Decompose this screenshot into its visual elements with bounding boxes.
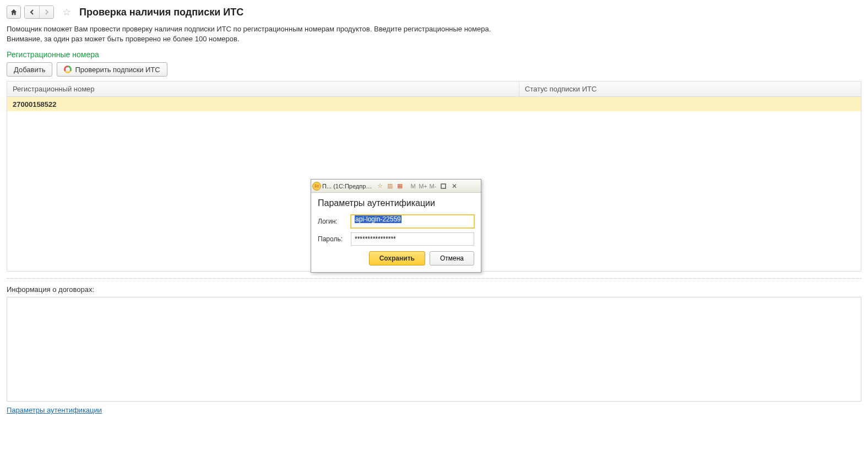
page-description: Помощник поможет Вам провести проверку н… xyxy=(0,22,868,49)
table-header: Регистрационный номер Статус подписки ИТ… xyxy=(7,82,861,97)
contracts-label: Информация о договорах: xyxy=(0,285,868,297)
refresh-icon xyxy=(64,66,72,73)
password-label: Пароль: xyxy=(318,235,351,243)
dialog-window-title: П... (1С:Предприя.. xyxy=(322,183,375,189)
dialog-titlebar[interactable]: 1c П... (1С:Предприя.. ☆ ▥ ▦ M M+ M- ✕ xyxy=(311,180,481,193)
top-toolbar: ☆ Проверка наличия подписки ИТС xyxy=(0,0,868,22)
button-row: Добавить Проверить подписки ИТС xyxy=(0,62,868,81)
check-subscriptions-button[interactable]: Проверить подписки ИТС xyxy=(57,62,167,77)
maximize-icon xyxy=(441,183,446,189)
cell-reg-number: 27000158522 xyxy=(7,100,519,109)
titlebar-list-icon[interactable]: ▥ xyxy=(386,182,394,191)
add-button-label: Добавить xyxy=(14,66,45,74)
titlebar-mplus-button[interactable]: M+ xyxy=(419,182,427,191)
dialog-body: Параметры аутентификации Логин: api-logi… xyxy=(311,193,481,272)
check-button-label: Проверить подписки ИТС xyxy=(75,66,160,74)
close-icon: ✕ xyxy=(452,182,457,190)
dialog-buttons: Сохранить Отмена xyxy=(318,251,474,265)
arrow-right-icon xyxy=(44,9,50,15)
svg-rect-0 xyxy=(441,184,446,188)
separator xyxy=(7,278,861,279)
col-reg-number[interactable]: Регистрационный номер xyxy=(7,82,519,96)
arrow-left-icon xyxy=(29,9,35,15)
titlebar-favorite-icon[interactable]: ☆ xyxy=(376,182,384,191)
auth-params-link[interactable]: Параметры аутентификации xyxy=(7,406,102,414)
dialog-header: Параметры аутентификации xyxy=(318,198,474,208)
titlebar-calendar-icon[interactable]: ▦ xyxy=(395,182,404,191)
password-row: Пароль: xyxy=(318,232,474,246)
forward-button[interactable] xyxy=(39,6,53,18)
password-input[interactable] xyxy=(351,232,474,246)
auth-dialog: 1c П... (1С:Предприя.. ☆ ▥ ▦ M M+ M- ✕ П… xyxy=(311,179,481,273)
login-row: Логин: api-login-22559 xyxy=(318,215,474,228)
favorite-star-icon[interactable]: ☆ xyxy=(61,6,73,18)
page-title: Проверка наличия подписки ИТС xyxy=(79,7,243,18)
login-input[interactable]: api-login-22559 xyxy=(351,215,474,228)
titlebar-m-button[interactable]: M xyxy=(409,182,417,191)
col-status[interactable]: Статус подписки ИТС xyxy=(519,82,861,96)
add-button[interactable]: Добавить xyxy=(7,62,52,77)
maximize-button[interactable] xyxy=(438,182,448,191)
close-button[interactable]: ✕ xyxy=(449,182,459,191)
titlebar-mminus-button[interactable]: M- xyxy=(428,182,437,191)
home-button[interactable] xyxy=(7,6,21,19)
nav-group xyxy=(24,6,54,19)
login-value: api-login-22559 xyxy=(355,215,402,223)
section-title: Регистрационные номера xyxy=(0,49,868,62)
cancel-button[interactable]: Отмена xyxy=(430,251,474,265)
desc-line-2: Внимание, за один раз может быть провере… xyxy=(7,34,861,44)
save-button[interactable]: Сохранить xyxy=(369,251,425,265)
home-icon xyxy=(10,8,18,16)
back-button[interactable] xyxy=(25,6,39,18)
contracts-info-box[interactable] xyxy=(7,297,861,402)
table-row[interactable]: 27000158522 xyxy=(7,97,861,111)
app-1c-icon: 1c xyxy=(312,182,321,191)
desc-line-1: Помощник поможет Вам провести проверку н… xyxy=(7,24,861,34)
login-label: Логин: xyxy=(318,218,351,225)
